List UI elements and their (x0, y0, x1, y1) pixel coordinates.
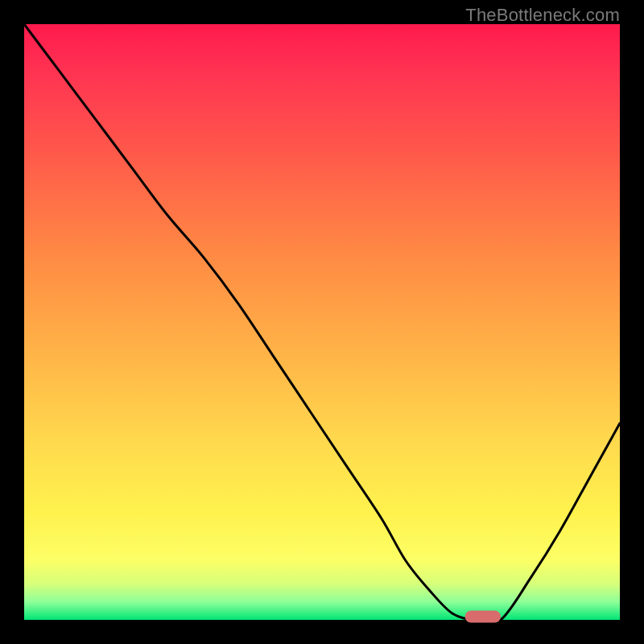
watermark-label: TheBottleneck.com (465, 5, 620, 26)
chart-svg (24, 24, 620, 620)
chart-frame (24, 24, 620, 620)
optimal-range-marker (465, 611, 501, 623)
bottleneck-curve (24, 24, 620, 623)
